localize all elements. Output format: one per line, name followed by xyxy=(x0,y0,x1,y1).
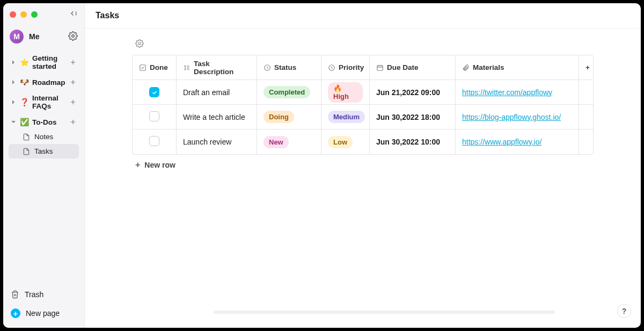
materials-link[interactable]: https://www.appflowy.io/ xyxy=(462,138,541,146)
table-row[interactable]: Draft an emailCompleted🔥 HighJun 21,2022… xyxy=(133,80,593,105)
table-row[interactable]: Write a tech articleDoingMediumJun 30,20… xyxy=(133,105,593,129)
sidebar-item-label: To-Dos xyxy=(32,118,66,126)
table-row[interactable]: Launch reviewNewLowJun 30,2022 10:00http… xyxy=(133,129,593,154)
sidebar-child-label: Notes xyxy=(34,133,53,141)
select-icon xyxy=(328,64,335,71)
new-page-button[interactable]: + New page xyxy=(9,305,79,321)
sidebar-item-label: Internal FAQs xyxy=(32,94,66,110)
sidebar-item-internal-faqs[interactable]: ❓ Internal FAQs xyxy=(9,91,79,113)
add-column-button[interactable]: + xyxy=(579,55,593,80)
plus-icon: + xyxy=(135,160,140,170)
cell-date[interactable]: Jun 30,2022 18:00 xyxy=(370,105,456,129)
checkbox-icon xyxy=(139,64,147,71)
column-header-label: Priority xyxy=(339,63,364,71)
cell-description[interactable]: Draft an email xyxy=(177,80,257,105)
calendar-icon xyxy=(376,64,384,71)
done-checkbox[interactable] xyxy=(149,111,159,121)
column-header-date[interactable]: Due Date xyxy=(370,55,456,80)
plus-icon[interactable] xyxy=(69,59,77,66)
plus-icon[interactable] xyxy=(69,98,77,106)
star-icon: ⭐ xyxy=(19,58,29,67)
plus-circle-icon: + xyxy=(11,308,20,318)
materials-link[interactable]: https://blog-appflowy.ghost.io/ xyxy=(462,113,561,121)
cell-empty xyxy=(579,105,593,129)
column-header-label: Due Date xyxy=(387,63,419,71)
cell-priority[interactable]: 🔥 High xyxy=(321,80,370,105)
column-header-status[interactable]: Status xyxy=(257,55,321,80)
sidebar-nav: ⭐ Getting started 🐶 Roadmap ❓ xyxy=(9,51,79,283)
check-icon xyxy=(151,89,158,96)
help-button[interactable]: ? xyxy=(617,304,631,318)
column-header-label: Done xyxy=(150,63,168,71)
workspace-name: Me xyxy=(29,32,39,41)
cell-status[interactable]: New xyxy=(257,129,321,154)
caret-down-icon xyxy=(11,119,16,125)
sidebar-child-label: Tasks xyxy=(34,147,53,155)
attachment-icon xyxy=(462,64,470,71)
sidebar-item-roadmap[interactable]: 🐶 Roadmap xyxy=(9,75,79,90)
settings-button[interactable] xyxy=(68,31,78,42)
svg-rect-11 xyxy=(140,64,146,70)
table-header-row: Done Task Description xyxy=(133,55,593,80)
priority-badge: Low xyxy=(328,136,353,148)
cell-priority[interactable]: Low xyxy=(321,129,370,154)
plus-icon[interactable] xyxy=(69,118,77,126)
document-icon xyxy=(23,148,30,155)
text-icon xyxy=(183,64,191,71)
window-close-icon[interactable] xyxy=(10,11,16,18)
sidebar-collapse-button[interactable] xyxy=(69,10,78,19)
new-row-label: New row xyxy=(144,161,175,169)
document-icon xyxy=(23,133,30,141)
cell-empty xyxy=(579,80,593,105)
column-header-label: Materials xyxy=(473,63,504,71)
cell-description[interactable]: Write a tech article xyxy=(177,105,257,129)
new-row-button[interactable]: + New row xyxy=(132,155,594,170)
question-icon: ❓ xyxy=(19,98,29,106)
priority-badge: Medium xyxy=(328,111,365,123)
cell-materials[interactable]: https://blog-appflowy.ghost.io/ xyxy=(456,105,579,129)
trash-icon xyxy=(11,290,19,299)
window-zoom-icon[interactable] xyxy=(31,11,38,18)
trash-button[interactable]: Trash xyxy=(9,287,79,302)
content-area: Done Task Description xyxy=(85,28,641,328)
cell-status[interactable]: Doing xyxy=(257,105,321,129)
tasks-table: Done Task Description xyxy=(132,55,594,155)
trash-label: Trash xyxy=(25,290,43,299)
materials-link[interactable]: https://twitter.com/appflowy xyxy=(462,88,552,97)
cell-status[interactable]: Completed xyxy=(257,80,321,105)
column-header-materials[interactable]: Materials xyxy=(456,55,579,80)
horizontal-scrollbar[interactable] xyxy=(214,311,555,314)
sidebar-item-todos[interactable]: ✅ To-Dos xyxy=(9,114,79,129)
gear-icon xyxy=(135,39,144,48)
cell-empty xyxy=(579,129,593,154)
priority-badge: 🔥 High xyxy=(328,82,363,103)
dog-icon: 🐶 xyxy=(19,78,29,87)
sidebar-item-getting-started[interactable]: ⭐ Getting started xyxy=(9,51,79,74)
done-checkbox[interactable] xyxy=(149,136,159,146)
cell-description[interactable]: Launch review xyxy=(177,129,257,154)
cell-materials[interactable]: https://www.appflowy.io/ xyxy=(456,129,579,154)
help-label: ? xyxy=(622,307,627,315)
cell-date[interactable]: Jun 21,2022 09:00 xyxy=(370,80,456,105)
column-header-done[interactable]: Done xyxy=(133,55,177,80)
grid-settings-button[interactable] xyxy=(135,39,594,49)
status-badge: Doing xyxy=(264,111,294,123)
caret-right-icon xyxy=(11,99,16,105)
cell-materials[interactable]: https://twitter.com/appflowy xyxy=(456,80,579,105)
plus-icon[interactable] xyxy=(69,78,77,86)
column-header-description[interactable]: Task Description xyxy=(177,55,257,80)
cell-date[interactable]: Jun 30,2022 10:00 xyxy=(370,129,456,154)
page-header: Tasks xyxy=(85,3,641,28)
workspace-switcher[interactable]: M Me xyxy=(9,26,79,51)
window-minimize-icon[interactable] xyxy=(20,11,27,18)
avatar: M xyxy=(10,30,24,44)
done-checkbox[interactable] xyxy=(149,87,159,97)
column-header-priority[interactable]: Priority xyxy=(321,55,370,80)
sidebar-item-label: Roadmap xyxy=(32,78,66,87)
cell-priority[interactable]: Medium xyxy=(321,105,370,129)
sidebar-child-notes[interactable]: Notes xyxy=(9,129,79,144)
collapse-icon xyxy=(69,10,78,17)
check-icon: ✅ xyxy=(19,118,29,126)
caret-right-icon xyxy=(11,80,16,85)
sidebar-child-tasks[interactable]: Tasks xyxy=(9,144,79,159)
